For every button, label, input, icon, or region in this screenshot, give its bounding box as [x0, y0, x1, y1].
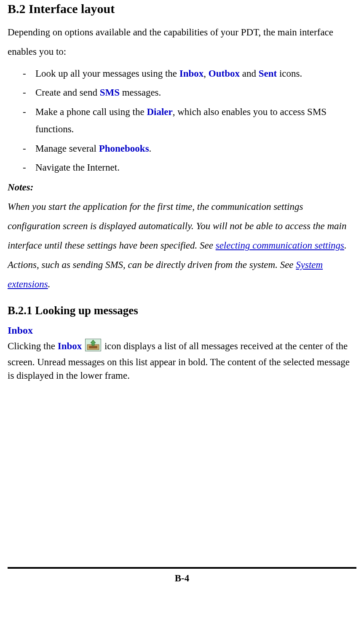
notes-heading: Notes:: [8, 178, 356, 197]
inbox-icon: [85, 339, 101, 355]
list-text: ,: [203, 68, 209, 79]
list-item: Make a phone call using the Dialer, whic…: [23, 103, 356, 138]
list-text: Navigate the Internet.: [35, 162, 120, 173]
list-text: messages.: [120, 87, 161, 98]
link-communication-settings[interactable]: selecting communication settings: [216, 240, 344, 251]
notes-paragraph: Actions, such as sending SMS, can be dir…: [8, 255, 356, 294]
feature-list: Look up all your messages using the Inbo…: [23, 65, 356, 176]
list-text: and: [240, 68, 259, 79]
intro-paragraph: Depending on options available and the c…: [8, 23, 356, 62]
notes-text: Actions, such as sending SMS, can be dir…: [8, 260, 296, 270]
notes-text: .: [48, 279, 51, 289]
list-item: Navigate the Internet.: [23, 159, 356, 176]
page-footer: B-4: [8, 567, 356, 584]
inbox-paragraph: Clicking the Inbox icon displays a list …: [8, 339, 356, 383]
list-item: Create and send SMS messages.: [23, 84, 356, 101]
inbox-term: Inbox: [58, 341, 82, 351]
list-text: icons.: [277, 68, 302, 79]
list-item: Look up all your messages using the Inbo…: [23, 65, 356, 82]
footer-rule: [8, 567, 356, 569]
svg-rect-2: [89, 346, 97, 348]
sms-term: SMS: [100, 87, 120, 98]
inbox-term: Inbox: [179, 68, 204, 79]
list-text: Manage several: [35, 143, 99, 154]
phonebooks-term: Phonebooks: [99, 143, 149, 154]
page-number: B-4: [8, 573, 356, 584]
inbox-text: Clicking the: [8, 341, 58, 351]
inbox-heading: Inbox: [8, 325, 356, 336]
list-text: .: [149, 143, 152, 154]
list-text: Look up all your messages using the: [35, 68, 179, 79]
outbox-term: Outbox: [209, 68, 240, 79]
sent-term: Sent: [259, 68, 277, 79]
list-text: Make a phone call using the: [35, 107, 147, 117]
subsection-heading: B.2.1 Looking up messages: [8, 304, 356, 317]
notes-paragraph: When you start the application for the f…: [8, 197, 356, 255]
dialer-term: Dialer: [147, 107, 172, 117]
section-heading: B.2 Interface layout: [8, 0, 356, 16]
list-text: Create and send: [35, 87, 100, 98]
notes-text: .: [344, 240, 347, 251]
list-item: Manage several Phonebooks.: [23, 140, 356, 157]
